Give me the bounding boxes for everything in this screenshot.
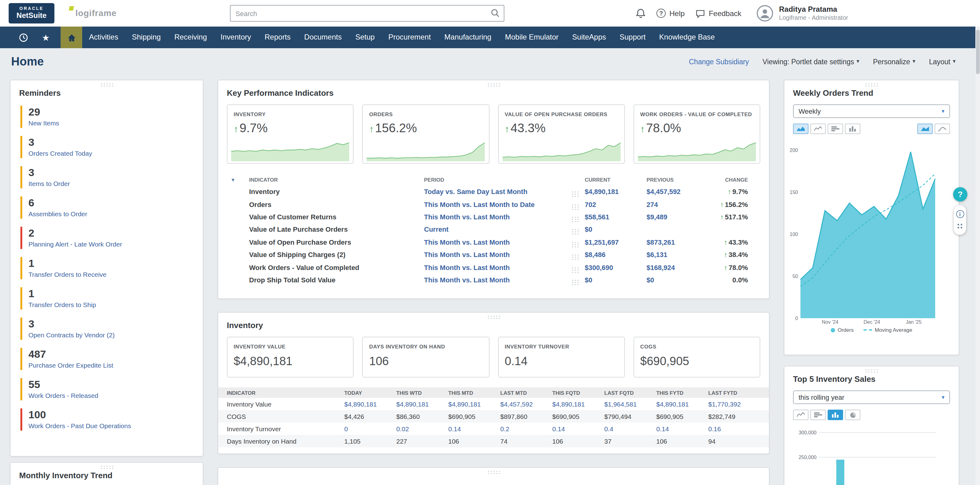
nav-item[interactable]: Receiving xyxy=(167,27,213,48)
reminder-item[interactable]: 487 Purchase Order Expedite List xyxy=(21,348,193,370)
personalize-menu[interactable]: Personalize ▾ xyxy=(873,58,915,65)
table-expander-icon[interactable]: ▼ xyxy=(231,177,235,183)
cell-value[interactable]: $4,890,181 xyxy=(449,400,500,408)
top5-period-select[interactable]: this rolling year ▾ xyxy=(793,390,950,404)
cell-value[interactable]: $282,749 xyxy=(708,413,760,420)
kpi-current-link[interactable]: 702 xyxy=(585,200,646,208)
search-input[interactable] xyxy=(230,5,504,22)
style-line-button[interactable] xyxy=(935,124,950,134)
row-drag-handle[interactable] xyxy=(571,204,580,210)
cell-value[interactable]: 94 xyxy=(708,437,760,445)
row-drag-handle[interactable] xyxy=(571,242,580,248)
cell-value[interactable]: 0.2 xyxy=(500,425,552,433)
weekly-period-select[interactable]: Weekly ▾ xyxy=(793,104,950,118)
cell-value[interactable]: $4,457,592 xyxy=(500,400,552,408)
kpi-period-link[interactable]: Current xyxy=(424,226,585,233)
cell-value[interactable]: 0.16 xyxy=(708,425,760,433)
nav-item[interactable]: Reports xyxy=(258,27,297,48)
search-icon[interactable] xyxy=(490,8,500,18)
netsuite-logo[interactable]: ORACLE NetSuite xyxy=(9,3,54,24)
panel-drag-handle[interactable] xyxy=(100,465,113,469)
kpi-current-link[interactable]: $4,890,181 xyxy=(585,188,646,195)
user-menu[interactable]: Raditya Pratama Logiframe - Administrato… xyxy=(757,5,848,22)
nav-item[interactable]: Procurement xyxy=(381,27,437,48)
kpi-current-link[interactable]: $300,690 xyxy=(585,264,646,271)
kpi-previous-link[interactable]: $168,924 xyxy=(646,264,706,271)
cell-value[interactable]: $690,905 xyxy=(449,413,500,420)
reminder-item[interactable]: 1 Transfer Orders to Ship xyxy=(21,287,193,310)
kpi-current-link[interactable]: $0 xyxy=(585,226,646,233)
cell-value[interactable]: $4,890,181 xyxy=(552,400,604,408)
cell-value[interactable]: $1,964,581 xyxy=(604,400,656,408)
row-drag-handle[interactable] xyxy=(571,279,580,286)
kpi-previous-link[interactable]: $6,131 xyxy=(646,251,706,258)
panel-drag-handle[interactable] xyxy=(487,315,500,320)
reminder-item[interactable]: 100 Work Orders - Past Due Operations xyxy=(21,409,193,431)
cell-value[interactable]: $790,494 xyxy=(604,413,656,420)
home-tab[interactable] xyxy=(60,27,82,48)
kpi-current-link[interactable]: $0 xyxy=(585,276,646,284)
cell-value[interactable]: $897,860 xyxy=(500,413,552,420)
cell-value[interactable]: 0.02 xyxy=(396,425,448,433)
panel-drag-handle[interactable] xyxy=(865,83,878,87)
kpi-period-link[interactable]: This Month vs. Last Month xyxy=(424,264,585,271)
chart-type-line-button[interactable] xyxy=(793,410,808,420)
panel-drag-handle[interactable] xyxy=(487,470,500,474)
reminder-item[interactable]: 3 Items to Order xyxy=(21,166,193,188)
chart-type-line-button[interactable] xyxy=(810,124,826,134)
row-drag-handle[interactable] xyxy=(571,254,580,261)
row-drag-handle[interactable] xyxy=(571,216,580,223)
kpi-period-link[interactable]: This Month vs. Last Month xyxy=(424,213,585,221)
reminder-item[interactable]: 6 Assemblies to Order xyxy=(21,196,193,219)
row-drag-handle[interactable] xyxy=(571,229,580,236)
nav-item[interactable]: Shipping xyxy=(125,27,167,48)
style-area-button[interactable] xyxy=(917,124,933,134)
cell-value[interactable]: $1,770,392 xyxy=(708,400,760,408)
nav-item[interactable]: SuiteApps xyxy=(565,27,612,48)
chart-type-column-button[interactable] xyxy=(828,410,843,420)
chart-type-column-button[interactable] xyxy=(845,124,861,134)
feedback-button[interactable]: Feedback xyxy=(695,8,741,18)
shortcuts-button[interactable]: ★ xyxy=(35,27,57,48)
cell-value[interactable]: 0.14 xyxy=(552,425,604,433)
info-icon[interactable]: i xyxy=(956,210,964,218)
nav-item[interactable]: Mobile Emulator xyxy=(498,27,565,48)
kpi-previous-link[interactable]: $873,261 xyxy=(646,239,706,246)
cell-value[interactable]: 106 xyxy=(449,437,500,445)
kpi-period-link[interactable]: This Month vs. Last Month xyxy=(424,239,585,246)
kpi-card[interactable]: ORDERS ↑ 156.2% xyxy=(363,104,490,164)
nav-item[interactable]: Activities xyxy=(82,27,125,48)
cell-value[interactable]: $86,360 xyxy=(396,413,448,420)
layout-menu[interactable]: Layout ▾ xyxy=(929,58,956,65)
change-subsidiary-link[interactable]: Change Subsidiary xyxy=(689,58,749,65)
chart-type-hbar-button[interactable] xyxy=(810,410,826,420)
kpi-previous-link[interactable]: $4,457,592 xyxy=(646,188,706,195)
cell-value[interactable]: 37 xyxy=(604,437,656,445)
cell-value[interactable]: 0.4 xyxy=(604,425,656,433)
inventory-card[interactable]: INVENTORY VALUE $4,890,181 xyxy=(227,337,354,377)
kpi-period-link[interactable]: This Month vs. Last Month xyxy=(424,251,585,258)
chart-type-area-button[interactable] xyxy=(793,124,808,134)
nav-item[interactable]: Support xyxy=(613,27,652,48)
cell-value[interactable]: $690,905 xyxy=(656,413,708,420)
inventory-card[interactable]: INVENTORY TURNOVER 0.14 xyxy=(498,337,625,377)
cell-value[interactable]: 0.14 xyxy=(449,425,500,433)
cell-value[interactable]: 0.14 xyxy=(656,425,708,433)
panel-drag-handle[interactable] xyxy=(487,83,500,87)
reminder-item[interactable]: 29 New Items xyxy=(21,106,193,128)
reminder-item[interactable]: 1 Transfer Orders to Receive xyxy=(21,257,193,279)
kpi-card[interactable]: WORK ORDERS - VALUE OF COMPLETED ↑ 78.0% xyxy=(633,104,760,164)
kpi-previous-link[interactable]: $9,489 xyxy=(646,213,706,221)
reminder-item[interactable]: 3 Orders Created Today xyxy=(21,136,193,158)
kpi-previous-link[interactable]: $0 xyxy=(646,276,706,284)
nav-item[interactable]: Documents xyxy=(297,27,348,48)
row-drag-handle[interactable] xyxy=(571,191,580,198)
help-button[interactable]: ? Help xyxy=(656,9,684,18)
chart-type-pie-button[interactable] xyxy=(845,410,861,420)
page-scrollbar[interactable] xyxy=(975,27,980,485)
panel-drag-handle[interactable] xyxy=(865,369,878,373)
viewing-settings-menu[interactable]: Viewing: Portlet date settings ▾ xyxy=(762,58,859,65)
cell-value[interactable]: 227 xyxy=(396,437,448,445)
inventory-card[interactable]: COGS $690,905 xyxy=(633,337,760,377)
cell-value[interactable]: 74 xyxy=(500,437,552,445)
